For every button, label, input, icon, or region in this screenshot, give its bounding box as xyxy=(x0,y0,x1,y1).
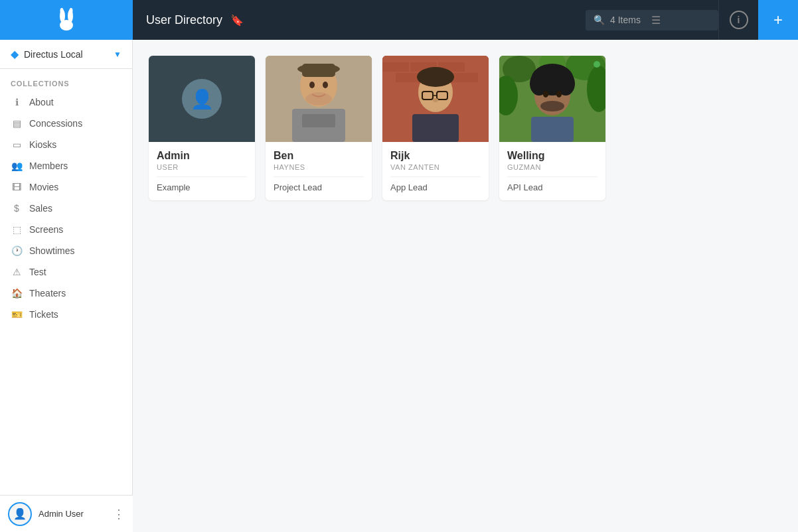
page-title: User Directory xyxy=(146,13,222,27)
welling-photo-svg xyxy=(499,56,605,142)
sales-icon: $ xyxy=(11,203,23,214)
sidebar: ◆ Directus Local ▼ COLLECTIONS ℹ About ▤… xyxy=(0,40,133,532)
info-button[interactable]: i xyxy=(718,0,758,40)
card-body-welling: Welling GUZMAN API Lead xyxy=(499,142,605,200)
card-last-name: GUZMAN xyxy=(507,163,598,171)
svg-rect-16 xyxy=(382,62,409,72)
showtimes-icon: 🕐 xyxy=(11,245,23,256)
screens-icon: ⬚ xyxy=(11,224,23,235)
svg-point-41 xyxy=(540,101,564,111)
card-last-name: USER xyxy=(157,163,247,171)
svg-point-40 xyxy=(556,91,562,98)
sidebar-item-showtimes[interactable]: 🕐 Showtimes xyxy=(0,240,132,261)
card-image-ben xyxy=(266,56,372,142)
svg-rect-8 xyxy=(302,64,335,77)
svg-point-13 xyxy=(305,92,332,105)
svg-point-39 xyxy=(543,91,548,98)
user-bar: 👤 Admin User ⋮ xyxy=(0,495,133,532)
about-icon: ℹ xyxy=(11,97,23,107)
filter-icon[interactable]: ☰ xyxy=(651,14,661,27)
project-name: Directus Local xyxy=(24,49,108,60)
sidebar-item-concessions[interactable]: ▤ Concessions xyxy=(0,113,132,134)
card-first-name: Welling xyxy=(507,150,598,162)
user-card-ben[interactable]: Ben HAYNES Project Lead xyxy=(266,56,372,200)
svg-rect-10 xyxy=(302,114,335,127)
sidebar-item-movies[interactable]: 🎞 Movies xyxy=(0,176,132,198)
card-body-ben: Ben HAYNES Project Lead xyxy=(266,142,372,200)
card-image-rijk xyxy=(382,56,489,142)
header-title-area: User Directory 🔖 xyxy=(133,13,586,27)
cards-grid: 👤 Admin USER Example xyxy=(149,56,782,200)
logo-icon xyxy=(53,7,80,33)
user-card-rijk[interactable]: Rijk VAN ZANTEN App Lead xyxy=(382,56,489,200)
more-options-icon[interactable]: ⋮ xyxy=(113,507,125,521)
svg-point-11 xyxy=(309,82,315,88)
card-role: App Lead xyxy=(390,176,481,192)
card-body-rijk: Rijk VAN ZANTEN App Lead xyxy=(382,142,489,200)
items-count: 4 Items xyxy=(610,15,641,25)
members-icon: 👥 xyxy=(11,161,23,171)
sidebar-item-theaters[interactable]: 🏠 Theaters xyxy=(0,283,132,304)
card-role: Example xyxy=(157,176,247,192)
svg-rect-21 xyxy=(451,73,478,82)
card-image-welling xyxy=(499,56,605,142)
project-selector[interactable]: ◆ Directus Local ▼ xyxy=(0,40,132,69)
card-body-admin: Admin USER Example xyxy=(149,142,255,200)
bookmark-icon[interactable]: 🔖 xyxy=(230,14,244,27)
add-button[interactable]: + xyxy=(758,0,798,40)
svg-point-12 xyxy=(323,82,328,88)
movies-icon: 🎞 xyxy=(11,182,23,192)
rijk-photo-svg xyxy=(382,56,489,142)
user-card-welling[interactable]: Welling GUZMAN API Lead xyxy=(499,56,605,200)
info-icon: i xyxy=(730,11,748,29)
test-icon: ⚠ xyxy=(11,267,23,277)
card-first-name: Rijk xyxy=(390,150,481,162)
ben-photo-svg xyxy=(266,56,372,142)
svg-point-3 xyxy=(60,8,64,13)
svg-point-23 xyxy=(417,67,454,87)
search-bar[interactable]: 🔍 4 Items ☰ xyxy=(586,10,718,31)
card-role: API Lead xyxy=(507,176,598,192)
sidebar-item-sales[interactable]: $ Sales xyxy=(0,198,132,219)
svg-point-27 xyxy=(433,98,438,102)
top-bar: User Directory 🔖 🔍 4 Items ☰ i + xyxy=(0,0,798,40)
svg-rect-42 xyxy=(531,117,574,142)
card-first-name: Ben xyxy=(274,150,364,162)
kiosks-icon: ▭ xyxy=(11,139,23,150)
sidebar-item-screens[interactable]: ⬚ Screens xyxy=(0,219,132,240)
online-indicator xyxy=(594,61,600,68)
chevron-down-icon: ▼ xyxy=(114,50,121,59)
sidebar-item-members[interactable]: 👥 Members xyxy=(0,155,132,176)
sidebar-item-tickets[interactable]: 🎫 Tickets xyxy=(0,304,132,325)
collections-label: COLLECTIONS xyxy=(0,69,132,92)
user-name: Admin User xyxy=(39,509,106,519)
sidebar-item-about[interactable]: ℹ About xyxy=(0,92,132,113)
user-card-admin[interactable]: 👤 Admin USER Example xyxy=(149,56,255,200)
card-first-name: Admin xyxy=(157,150,247,162)
card-last-name: VAN ZANTEN xyxy=(390,163,481,171)
placeholder-avatar: 👤 xyxy=(182,79,222,119)
card-last-name: HAYNES xyxy=(274,163,364,171)
sidebar-item-test[interactable]: ⚠ Test xyxy=(0,261,132,283)
concessions-icon: ▤ xyxy=(11,118,23,129)
search-icon: 🔍 xyxy=(594,15,605,25)
svg-point-4 xyxy=(70,8,73,13)
project-dot-icon: ◆ xyxy=(11,48,19,60)
tickets-icon: 🎫 xyxy=(11,309,23,320)
card-role: Project Lead xyxy=(274,176,364,192)
card-image-admin: 👤 xyxy=(149,56,255,142)
sidebar-item-kiosks[interactable]: ▭ Kiosks xyxy=(0,134,132,155)
avatar: 👤 xyxy=(8,502,32,526)
theaters-icon: 🏠 xyxy=(11,288,23,299)
svg-rect-28 xyxy=(412,114,459,142)
logo-area[interactable] xyxy=(0,0,133,40)
main-content: 👤 Admin USER Example xyxy=(133,40,798,532)
